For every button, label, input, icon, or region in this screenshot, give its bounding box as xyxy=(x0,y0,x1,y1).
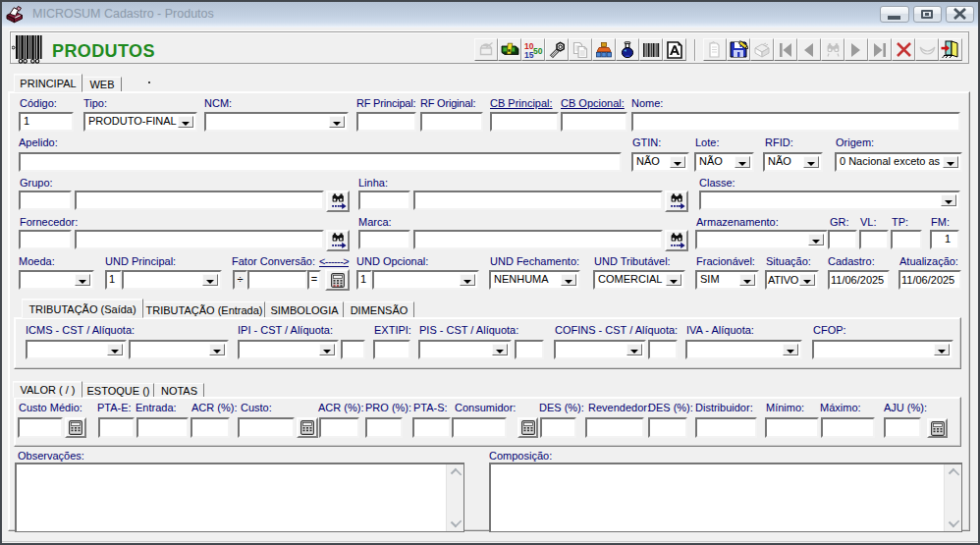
svg-text:50: 50 xyxy=(533,46,543,56)
